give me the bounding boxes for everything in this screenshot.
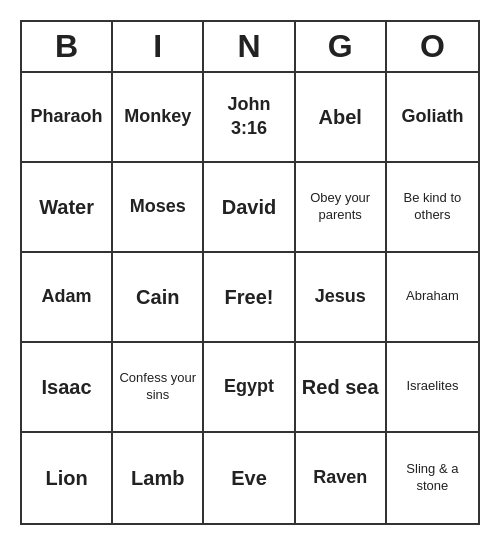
bingo-cell: Red sea [296,343,387,433]
bingo-cell: Moses [113,163,204,253]
header-letter: N [204,22,295,71]
bingo-cell: Eve [204,433,295,523]
bingo-cell: Be kind to others [387,163,478,253]
bingo-cell: Lamb [113,433,204,523]
bingo-cell: Sling & a stone [387,433,478,523]
bingo-cell: Monkey [113,73,204,163]
header-letter: O [387,22,478,71]
bingo-cell: Pharaoh [22,73,113,163]
bingo-cell: Free! [204,253,295,343]
header-letter: I [113,22,204,71]
bingo-grid: PharaohMonkeyJohn 3:16AbelGoliathWaterMo… [22,73,478,523]
bingo-cell: Lion [22,433,113,523]
bingo-cell: Abraham [387,253,478,343]
header-letter: G [296,22,387,71]
bingo-cell: John 3:16 [204,73,295,163]
bingo-header: BINGO [22,22,478,73]
bingo-card: BINGO PharaohMonkeyJohn 3:16AbelGoliathW… [20,20,480,525]
bingo-cell: Obey your parents [296,163,387,253]
bingo-cell: Confess your sins [113,343,204,433]
bingo-cell: Cain [113,253,204,343]
bingo-cell: Adam [22,253,113,343]
bingo-cell: Isaac [22,343,113,433]
bingo-cell: Jesus [296,253,387,343]
bingo-cell: Goliath [387,73,478,163]
bingo-cell: David [204,163,295,253]
bingo-cell: Raven [296,433,387,523]
bingo-cell: Water [22,163,113,253]
bingo-cell: Abel [296,73,387,163]
bingo-cell: Israelites [387,343,478,433]
bingo-cell: Egypt [204,343,295,433]
header-letter: B [22,22,113,71]
